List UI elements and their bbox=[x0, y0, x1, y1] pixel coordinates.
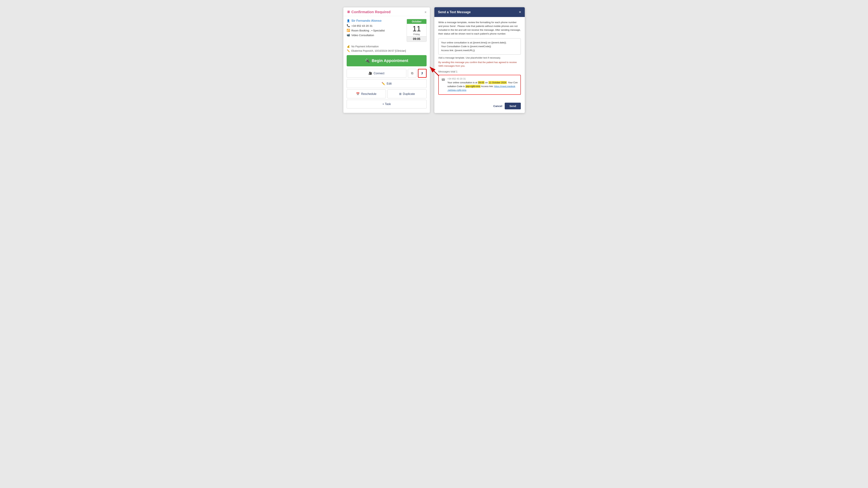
edit-info: Ekaterina Popovich, 10/10/2024 06:57 [Cl… bbox=[351, 50, 406, 52]
edit-button[interactable]: ✏️ Edit bbox=[347, 79, 427, 88]
dialog-body: 👤 Sir Fernando Alonso 📞 +34 652 43 20 31… bbox=[343, 16, 430, 113]
connect-button[interactable]: 🎥 Connect bbox=[347, 69, 406, 78]
close-text-dialog-button[interactable]: × bbox=[519, 10, 521, 14]
edit-label: Edit bbox=[386, 82, 392, 85]
edit-info-icon: ✏️ bbox=[347, 50, 350, 52]
connect-label: Connect bbox=[374, 72, 384, 75]
edit-line: ✏️ Ekaterina Popovich, 10/10/2024 06:57 … bbox=[347, 50, 427, 52]
reschedule-icon: 📅 bbox=[356, 92, 360, 96]
message-body: Your online consultation is at 09:05 on … bbox=[447, 81, 518, 92]
send-button[interactable]: Send bbox=[505, 103, 521, 109]
patient-name: Sir Fernando Alonso bbox=[351, 19, 381, 23]
dialog-title-text: Confirmation Required bbox=[351, 10, 391, 14]
reschedule-label: Reschedule bbox=[361, 92, 376, 96]
calendar-weekday: Friday bbox=[407, 33, 426, 36]
cancel-button[interactable]: Cancel bbox=[493, 104, 502, 107]
confirmation-dialog: 🖥 Confirmation Required × 👤 Sir Fernando… bbox=[343, 7, 430, 113]
text-dialog-body: Write a message template, review the for… bbox=[434, 17, 525, 101]
consultation-line: 📹 Video Consultation bbox=[347, 33, 405, 37]
payment-line: 💰 No Payment Information bbox=[347, 45, 427, 48]
msg-code-highlight: pqu-cgfd-nms bbox=[465, 85, 480, 88]
booking-type: Room Booking . • Specialist bbox=[351, 29, 385, 32]
text-dialog-header: Send a Text Message × bbox=[434, 7, 525, 17]
msg-time-highlight: 09:05 bbox=[478, 81, 485, 84]
template-hint: Add a message template. Use placeholder … bbox=[438, 56, 521, 59]
reschedule-button[interactable]: 📅 Reschedule bbox=[347, 90, 386, 98]
task-button[interactable]: + Task bbox=[347, 100, 427, 108]
info-calendar-section: 👤 Sir Fernando Alonso 📞 +34 652 43 20 31… bbox=[347, 19, 427, 42]
close-dialog-button[interactable]: × bbox=[425, 10, 427, 14]
patient-phone-line: 📞 +34 652 43 20 31 bbox=[347, 24, 405, 27]
extra-info-section: 💰 No Payment Information ✏️ Ekaterina Po… bbox=[347, 45, 427, 52]
template-line-1: Your online consultation is at {{event.t… bbox=[441, 41, 518, 45]
booking-icon: 🔁 bbox=[347, 29, 350, 32]
share-icon: ⮭ bbox=[421, 71, 424, 75]
msg-text-2: on bbox=[485, 81, 489, 84]
template-line-2: Your Consultation Code is {{event.meetCo… bbox=[441, 44, 518, 48]
dialog-header: 🖥 Confirmation Required × bbox=[343, 7, 430, 16]
connect-icon: 🎥 bbox=[369, 72, 372, 75]
messages-header: Messages total 1 bbox=[438, 70, 521, 73]
begin-appointment-label: Begin Appointment bbox=[372, 58, 408, 63]
patient-info: 👤 Sir Fernando Alonso 📞 +34 652 43 20 31… bbox=[347, 19, 405, 38]
begin-appointment-button[interactable]: 🔌 Begin Appointment bbox=[347, 55, 427, 66]
send-text-dialog: Send a Text Message × Write a message te… bbox=[434, 7, 525, 113]
person-icon: 👤 bbox=[347, 19, 350, 23]
booking-line: 🔁 Room Booking . • Specialist bbox=[347, 29, 405, 32]
message-phone-icon: ☎ bbox=[441, 78, 445, 82]
msg-text-1: Your online consultation is at bbox=[447, 81, 478, 84]
calendar-widget: October 11 Friday 09:05 bbox=[407, 19, 427, 42]
duplicate-icon: ⊞ bbox=[399, 92, 401, 96]
copy-icon: ⧉ bbox=[411, 71, 413, 75]
share-button[interactable]: ⮭ bbox=[418, 69, 427, 78]
template-line-3: Access link: {{event.meetURL}} bbox=[441, 48, 518, 53]
patient-name-line: 👤 Sir Fernando Alonso bbox=[347, 19, 405, 23]
reschedule-duplicate-row: 📅 Reschedule ⊞ Duplicate bbox=[347, 90, 427, 98]
text-dialog-title: Send a Text Message bbox=[438, 10, 471, 14]
calendar-day: 11 bbox=[407, 24, 426, 33]
calendar-time: 09:05 bbox=[407, 36, 426, 41]
payment-icon: 💰 bbox=[347, 45, 350, 48]
text-dialog-footer: Cancel Send bbox=[434, 101, 525, 113]
message-phone-number: +34 652 43 20 31 bbox=[447, 77, 518, 80]
dialog-title: 🖥 Confirmation Required bbox=[347, 10, 391, 14]
confirmation-icon: 🖥 bbox=[347, 10, 350, 14]
begin-icon: 🔌 bbox=[365, 58, 370, 63]
duplicate-button[interactable]: ⊞ Duplicate bbox=[388, 90, 427, 98]
phone-icon: 📞 bbox=[347, 24, 350, 27]
duplicate-label: Duplicate bbox=[403, 92, 415, 96]
calendar-month: October bbox=[407, 19, 426, 24]
video-icon: 📹 bbox=[347, 33, 350, 37]
msg-date-highlight: 11 October 2024 bbox=[489, 81, 507, 84]
sms-confirm-text: By sending this message you confirm that… bbox=[438, 61, 521, 68]
message-item: ☎ +34 652 43 20 31 Your online consultat… bbox=[438, 75, 521, 95]
connect-row: 🎥 Connect ⧉ ⮭ bbox=[347, 69, 427, 78]
text-dialog-description: Write a message template, review the for… bbox=[438, 21, 521, 36]
payment-info: No Payment Information bbox=[351, 45, 379, 48]
message-template-input[interactable]: Your online consultation is at {{event.t… bbox=[438, 38, 521, 55]
consultation-type: Video Consultation bbox=[351, 34, 374, 37]
edit-icon: ✏️ bbox=[381, 82, 385, 85]
copy-button[interactable]: ⧉ bbox=[408, 69, 416, 78]
msg-text-4: Access link: bbox=[480, 85, 494, 88]
patient-phone: +34 652 43 20 31 bbox=[351, 24, 373, 27]
task-label: + Task bbox=[382, 102, 391, 106]
message-item-content: +34 652 43 20 31 Your online consultatio… bbox=[447, 77, 518, 92]
